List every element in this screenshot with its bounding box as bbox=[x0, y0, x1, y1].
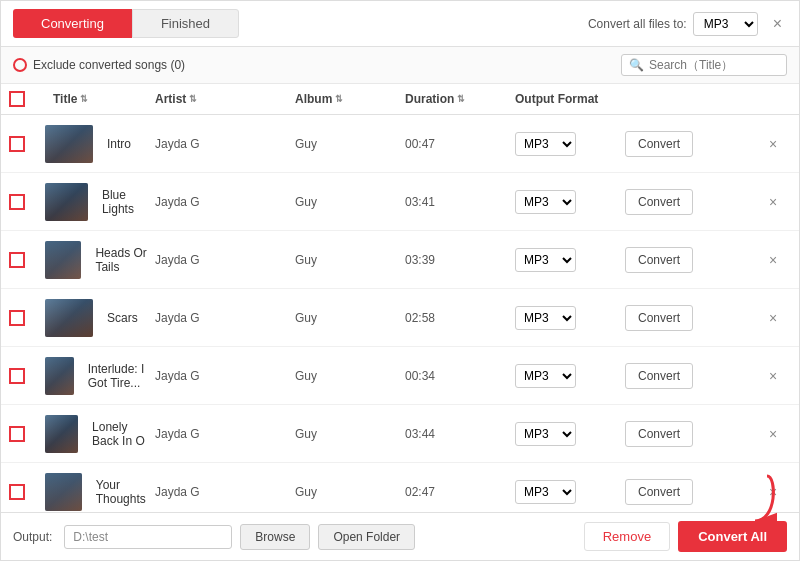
row-title: Heads Or Tails bbox=[87, 246, 155, 274]
tab-group: Converting Finished bbox=[13, 9, 239, 38]
browse-button[interactable]: Browse bbox=[240, 524, 310, 550]
search-box: 🔍 bbox=[621, 54, 787, 76]
row-delete-button[interactable]: × bbox=[755, 426, 791, 442]
row-title: Your Thoughts bbox=[88, 478, 155, 506]
table-row: Your Thoughts Jayda G Guy 02:47 MP3AACFL… bbox=[1, 463, 799, 512]
col-header-artist: Artist ⇅ bbox=[155, 92, 295, 106]
row-album: Guy bbox=[295, 253, 405, 267]
close-button[interactable]: × bbox=[768, 13, 787, 35]
row-convert-cell: Convert bbox=[625, 189, 755, 215]
row-title-cell: Blue Lights bbox=[45, 183, 155, 221]
row-artist: Jayda G bbox=[155, 253, 295, 267]
row-checkbox[interactable] bbox=[9, 368, 25, 384]
open-folder-button[interactable]: Open Folder bbox=[318, 524, 415, 550]
duration-sort-icon[interactable]: ⇅ bbox=[457, 94, 465, 104]
row-convert-cell: Convert bbox=[625, 131, 755, 157]
row-format-dropdown[interactable]: MP3AACFLACWAV bbox=[515, 248, 576, 272]
header-checkbox[interactable] bbox=[9, 91, 25, 107]
row-delete-button[interactable]: × bbox=[755, 194, 791, 210]
row-album: Guy bbox=[295, 195, 405, 209]
row-format-dropdown[interactable]: MP3AACFLACWAV bbox=[515, 422, 576, 446]
row-format-dropdown[interactable]: MP3AACFLACWAV bbox=[515, 190, 576, 214]
row-convert-button[interactable]: Convert bbox=[625, 479, 693, 505]
row-format-dropdown[interactable]: MP3AACFLACWAV bbox=[515, 132, 576, 156]
row-format-dropdown[interactable]: MP3AACFLACWAV bbox=[515, 480, 576, 504]
row-thumbnail bbox=[45, 473, 82, 511]
row-format-dropdown[interactable]: MP3AACFLACWAV bbox=[515, 306, 576, 330]
row-artist: Jayda G bbox=[155, 137, 295, 151]
row-delete-button[interactable]: × bbox=[755, 310, 791, 326]
output-label: Output: bbox=[13, 530, 52, 544]
table-row: Interlude: I Got Tire... Jayda G Guy 00:… bbox=[1, 347, 799, 405]
row-checkbox[interactable] bbox=[9, 426, 25, 442]
row-thumbnail bbox=[45, 183, 88, 221]
row-convert-button[interactable]: Convert bbox=[625, 189, 693, 215]
row-convert-cell: Convert bbox=[625, 421, 755, 447]
row-convert-button[interactable]: Convert bbox=[625, 305, 693, 331]
row-convert-cell: Convert bbox=[625, 247, 755, 273]
table-row: Scars Jayda G Guy 02:58 MP3AACFLACWAV Co… bbox=[1, 289, 799, 347]
row-artist: Jayda G bbox=[155, 195, 295, 209]
album-sort-icon[interactable]: ⇅ bbox=[335, 94, 343, 104]
row-output-format: MP3AACFLACWAV bbox=[515, 422, 625, 446]
row-checkbox[interactable] bbox=[9, 252, 25, 268]
row-output-format: MP3AACFLACWAV bbox=[515, 480, 625, 504]
row-duration: 03:39 bbox=[405, 253, 515, 267]
row-album: Guy bbox=[295, 369, 405, 383]
row-duration: 03:41 bbox=[405, 195, 515, 209]
table-row: Lonely Back In O Jayda G Guy 03:44 MP3AA… bbox=[1, 405, 799, 463]
row-checkbox[interactable] bbox=[9, 136, 25, 152]
col-header-title: Title ⇅ bbox=[45, 92, 155, 106]
table-row: Heads Or Tails Jayda G Guy 03:39 MP3AACF… bbox=[1, 231, 799, 289]
title-sort-icon[interactable]: ⇅ bbox=[80, 94, 88, 104]
row-checkbox[interactable] bbox=[9, 310, 25, 326]
row-album: Guy bbox=[295, 427, 405, 441]
table-row: Blue Lights Jayda G Guy 03:41 MP3AACFLAC… bbox=[1, 173, 799, 231]
search-input[interactable] bbox=[649, 58, 779, 72]
col-header-checkbox bbox=[9, 91, 45, 107]
exclude-label-container: Exclude converted songs (0) bbox=[13, 58, 185, 72]
row-album: Guy bbox=[295, 311, 405, 325]
row-checkbox[interactable] bbox=[9, 484, 25, 500]
row-convert-button[interactable]: Convert bbox=[625, 363, 693, 389]
second-bar: Exclude converted songs (0) 🔍 bbox=[1, 47, 799, 84]
remove-button[interactable]: Remove bbox=[584, 522, 670, 551]
row-duration: 00:47 bbox=[405, 137, 515, 151]
row-duration: 00:34 bbox=[405, 369, 515, 383]
tab-converting[interactable]: Converting bbox=[13, 9, 132, 38]
search-icon: 🔍 bbox=[629, 58, 644, 72]
row-thumbnail bbox=[45, 415, 78, 453]
row-delete-button[interactable]: × bbox=[755, 136, 791, 152]
row-artist: Jayda G bbox=[155, 369, 295, 383]
row-convert-button[interactable]: Convert bbox=[625, 247, 693, 273]
row-checkbox[interactable] bbox=[9, 194, 25, 210]
tab-finished[interactable]: Finished bbox=[132, 9, 239, 38]
row-title: Interlude: I Got Tire... bbox=[80, 362, 155, 390]
row-artist: Jayda G bbox=[155, 485, 295, 499]
row-artist: Jayda G bbox=[155, 311, 295, 325]
row-convert-cell: Convert bbox=[625, 363, 755, 389]
row-output-format: MP3AACFLACWAV bbox=[515, 190, 625, 214]
convert-all-files-label: Convert all files to: bbox=[588, 17, 687, 31]
bottom-bar: Output: Browse Open Folder Remove Conver… bbox=[1, 512, 799, 560]
row-thumbnail bbox=[45, 125, 93, 163]
convert-all-button[interactable]: Convert All bbox=[678, 521, 787, 552]
row-convert-cell: Convert bbox=[625, 305, 755, 331]
row-output-format: MP3AACFLACWAV bbox=[515, 364, 625, 388]
output-path-input[interactable] bbox=[64, 525, 232, 549]
row-delete-button[interactable]: × bbox=[755, 252, 791, 268]
row-output-format: MP3AACFLACWAV bbox=[515, 132, 625, 156]
row-format-dropdown[interactable]: MP3AACFLACWAV bbox=[515, 364, 576, 388]
row-delete-button[interactable]: × bbox=[755, 368, 791, 384]
artist-sort-icon[interactable]: ⇅ bbox=[189, 94, 197, 104]
row-duration: 02:47 bbox=[405, 485, 515, 499]
exclude-label-text: Exclude converted songs (0) bbox=[33, 58, 185, 72]
row-convert-button[interactable]: Convert bbox=[625, 131, 693, 157]
row-thumbnail bbox=[45, 357, 74, 395]
format-select-top[interactable]: MP3 AAC FLAC WAV bbox=[693, 12, 758, 36]
row-title: Scars bbox=[99, 311, 138, 325]
row-title: Lonely Back In O bbox=[84, 420, 155, 448]
row-convert-button[interactable]: Convert bbox=[625, 421, 693, 447]
row-title-cell: Lonely Back In O bbox=[45, 415, 155, 453]
row-duration: 02:58 bbox=[405, 311, 515, 325]
